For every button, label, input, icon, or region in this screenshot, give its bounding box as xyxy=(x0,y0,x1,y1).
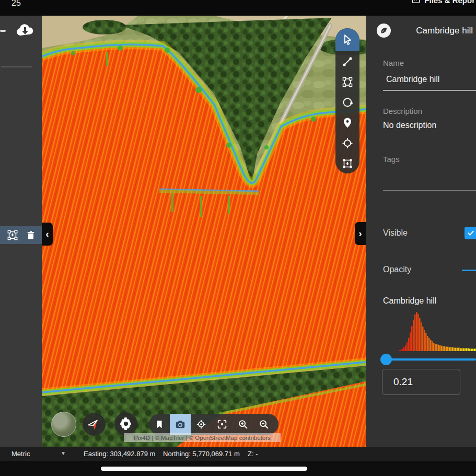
polyline-icon xyxy=(341,55,354,68)
layer-properties-panel: Cambridge hill Name Cambridge hill Descr… xyxy=(366,16,476,447)
app-window: 25 Files & Repor xyxy=(0,0,476,476)
camera-button-active[interactable] xyxy=(170,414,191,435)
polygon-icon xyxy=(341,76,354,88)
bookmark-icon xyxy=(154,419,165,429)
cursor-icon xyxy=(341,33,354,46)
threshold-slider-track[interactable] xyxy=(386,358,476,361)
map-pin-icon xyxy=(341,117,354,129)
map-actions-toolbar xyxy=(149,414,278,435)
locate-icon xyxy=(195,419,207,430)
tool-circle[interactable] xyxy=(335,92,359,112)
file-report-icon xyxy=(411,0,421,5)
easting-readout: Easting: 303,492.879 m xyxy=(84,450,155,458)
map-preview-thumbnail[interactable] xyxy=(51,412,76,437)
visible-checkbox[interactable] xyxy=(465,227,476,239)
zone-icon[interactable] xyxy=(7,229,18,241)
tool-polyline[interactable] xyxy=(335,51,359,72)
opacity-label: Opacity xyxy=(383,265,411,274)
cloud-download-icon xyxy=(15,22,36,40)
gear-icon xyxy=(119,417,133,431)
divider xyxy=(1,66,32,67)
circle-tool-icon xyxy=(341,96,354,109)
compass-needle-icon xyxy=(87,417,101,431)
status-bar: Metric ▼ Easting: 303,492.879 m Northing… xyxy=(0,447,476,461)
tool-marker[interactable] xyxy=(335,112,359,133)
home-indicator[interactable] xyxy=(101,467,307,471)
trash-icon[interactable] xyxy=(26,229,36,241)
northing-readout: Northing: 5,770,069.71 m xyxy=(163,450,240,458)
layer-selection-toolbar xyxy=(0,226,42,244)
name-label: Name xyxy=(383,59,404,67)
chevron-left-icon: ‹ xyxy=(45,228,49,240)
files-reports-label: Files & Repor xyxy=(424,0,475,5)
zoom-out-icon xyxy=(258,419,270,430)
index-histogram xyxy=(399,310,476,351)
camera-icon xyxy=(175,419,186,430)
chevron-right-icon: › xyxy=(358,228,362,239)
tags-input-underline[interactable] xyxy=(383,190,476,191)
zoom-out-button[interactable] xyxy=(253,414,274,435)
bottom-system-area xyxy=(0,461,476,476)
drawing-toolbar xyxy=(335,28,359,173)
opacity-slider[interactable] xyxy=(462,270,476,271)
zoom-in-button[interactable] xyxy=(233,414,253,435)
target-circle-icon xyxy=(341,137,354,149)
project-title-clipped: 25 xyxy=(11,0,21,8)
tags-label: Tags xyxy=(383,155,400,164)
name-input-underline xyxy=(383,90,476,91)
focus-extent-button[interactable] xyxy=(212,414,233,435)
layer-leaf-icon xyxy=(377,24,391,38)
files-reports-button[interactable]: Files & Repor xyxy=(411,0,475,5)
settings-button[interactable] xyxy=(114,412,137,435)
description-label: Description xyxy=(383,107,422,115)
description-value[interactable]: No description xyxy=(383,121,436,130)
expand-panel-tab[interactable]: › xyxy=(355,222,366,245)
focus-brackets-icon xyxy=(216,419,228,430)
histogram-layer-label: Cambridge hill xyxy=(383,296,436,306)
tool-polygon[interactable] xyxy=(335,72,359,92)
clipped-list-item xyxy=(0,30,6,32)
zoom-in-icon xyxy=(237,419,249,430)
threshold-value-field[interactable]: 0.21 xyxy=(382,369,460,395)
cloud-download-button[interactable] xyxy=(15,22,36,40)
name-input[interactable]: Cambridge hill xyxy=(386,75,439,84)
map-attribution: Pix4D | © MapTiler | © OpenStreetMap con… xyxy=(124,433,281,442)
tool-select[interactable] xyxy=(335,28,359,51)
bookmark-button[interactable] xyxy=(149,414,170,435)
compass-button[interactable] xyxy=(83,413,106,436)
panel-title: Cambridge hill xyxy=(416,26,473,36)
chevron-down-icon[interactable]: ▼ xyxy=(61,450,66,456)
ndvi-field-map xyxy=(42,16,366,447)
zone-plant-icon xyxy=(341,157,354,170)
top-bar: 25 Files & Repor xyxy=(0,0,476,16)
units-dropdown[interactable]: Metric xyxy=(11,450,30,458)
tool-gcp-target[interactable] xyxy=(335,133,359,153)
left-sidebar-rail xyxy=(0,16,42,447)
z-readout: Z: - xyxy=(248,450,258,458)
collapse-sidebar-tab[interactable]: ‹ xyxy=(42,223,53,246)
check-icon xyxy=(467,229,475,237)
map-canvas[interactable]: ‹ › xyxy=(42,16,366,447)
locate-button[interactable] xyxy=(191,414,212,435)
threshold-slider-thumb[interactable] xyxy=(380,354,392,365)
visible-label: Visible xyxy=(383,228,408,238)
